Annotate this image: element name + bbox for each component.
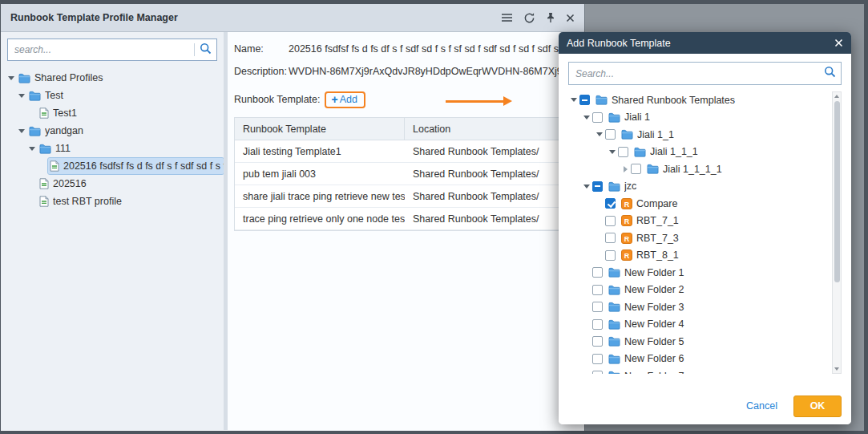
dialog-tree-item[interactable]: Jiali 1_1_1: [568, 144, 829, 161]
ok-button[interactable]: OK: [793, 395, 842, 417]
expand-arrow[interactable]: [594, 131, 605, 139]
dialog-tree-item[interactable]: New Folder 7: [568, 367, 829, 374]
checkbox[interactable]: [631, 164, 641, 174]
sidebar-search-input[interactable]: [13, 43, 194, 56]
sidebar-tree-item[interactable]: test RBT profile: [1, 193, 224, 210]
expand-arrow[interactable]: [6, 74, 17, 82]
checkbox[interactable]: [592, 336, 603, 347]
arrow-spacer: [26, 109, 38, 117]
dialog-tree-item[interactable]: Jiali 1_1: [568, 126, 829, 144]
expand-arrow[interactable]: [16, 91, 27, 99]
dialog-tree-item[interactable]: New Folder 2: [568, 282, 829, 299]
sidebar-tree-item[interactable]: Test: [1, 87, 224, 104]
checkbox[interactable]: [618, 147, 628, 157]
sidebar-tree-item[interactable]: 202516: [1, 175, 224, 193]
dialog-tree-item[interactable]: RRBT_7_3: [568, 229, 829, 247]
expand-arrow[interactable]: [568, 96, 579, 104]
folder-icon: [608, 336, 620, 347]
runbook-table-row[interactable]: share jiali trace ping retrieve new tes.…: [235, 185, 581, 208]
folder-icon: [39, 144, 51, 154]
tree-item-body: New Folder 5: [607, 334, 829, 350]
tree-item-body: RRBT_8_1: [620, 247, 829, 263]
search-icon[interactable]: [824, 66, 836, 81]
tree-item-label: Test1: [53, 107, 80, 119]
dialog-tree-item[interactable]: RRBT_7_1: [568, 213, 829, 230]
arrow-spacer: [26, 180, 38, 188]
checkbox[interactable]: [592, 371, 603, 374]
dialog-tree-item[interactable]: RRBT_8_1: [568, 247, 829, 265]
sidebar-tree-item[interactable]: 202516 fsdfsf fs d fs df s f sdf sd f s …: [1, 157, 224, 175]
dialog-tree-item[interactable]: New Folder 1: [568, 264, 829, 282]
add-runbook-template-button[interactable]: + Add: [325, 91, 365, 108]
close-icon[interactable]: [566, 14, 575, 22]
expand-arrow[interactable]: [26, 144, 38, 152]
scrollbar[interactable]: [832, 91, 842, 374]
svg-text:R: R: [624, 200, 630, 208]
dialog-search-input[interactable]: [574, 67, 824, 80]
cell-location: Shared Runbook Templates/: [405, 146, 581, 157]
scroll-up-arrow[interactable]: [833, 92, 841, 100]
dialog-title: Add Runbook Template: [567, 38, 671, 49]
checkbox[interactable]: [579, 95, 590, 105]
folder-icon: [29, 91, 41, 101]
expand-arrow[interactable]: [607, 148, 618, 156]
annotation-arrow: [446, 100, 503, 103]
column-header-runbook-template[interactable]: Runbook Template: [235, 118, 405, 140]
checkbox[interactable]: [592, 112, 603, 123]
checkbox[interactable]: [592, 319, 603, 330]
collapse-arrow[interactable]: [620, 165, 631, 173]
dialog-footer: Cancel OK: [559, 387, 851, 424]
tree-item-label: New Folder 3: [624, 302, 687, 313]
checkbox[interactable]: [592, 302, 603, 312]
dialog-tree-item[interactable]: New Folder 6: [568, 351, 829, 368]
checkbox[interactable]: [605, 216, 616, 226]
dialog-tree-item[interactable]: RCompare: [568, 195, 829, 213]
expand-arrow[interactable]: [581, 182, 592, 190]
dialog-tree-item[interactable]: New Folder 5: [568, 333, 829, 351]
profile-icon: [39, 196, 49, 207]
folder-icon: [608, 371, 620, 374]
sidebar-tree-item[interactable]: Shared Profiles: [1, 69, 224, 87]
sidebar-tree-item[interactable]: 111: [1, 140, 224, 157]
dialog-tree-item[interactable]: Jiali 1: [568, 109, 829, 127]
tree-item-body: jzc: [607, 178, 829, 194]
search-icon[interactable]: [200, 43, 212, 58]
dialog-tree-item[interactable]: New Folder 4: [568, 316, 829, 334]
dialog-tree-item[interactable]: Jiali 1_1_1_1: [568, 160, 829, 178]
runbook-table-row[interactable]: pub tem jiali 003Shared Runbook Template…: [235, 163, 581, 185]
search-divider: [194, 43, 195, 56]
expand-arrow[interactable]: [16, 127, 27, 135]
menu-icon[interactable]: [501, 13, 513, 22]
checkbox[interactable]: [605, 233, 616, 243]
dialog-close-icon[interactable]: [834, 39, 843, 47]
scrollbar-thumb[interactable]: [834, 101, 840, 282]
expand-arrow[interactable]: [581, 113, 592, 121]
tree-item-label: Jiali 1: [624, 112, 653, 123]
tree-item-body: Shared Profiles: [17, 70, 224, 86]
runbook-table-row[interactable]: trace ping retrieve only one node tes...…: [235, 208, 581, 230]
dialog-tree-item[interactable]: jzc: [568, 178, 829, 196]
runbook-template-row: Runbook Template: + Add: [234, 88, 576, 111]
tree-item-body: test RBT profile: [38, 193, 224, 209]
checkbox[interactable]: [592, 181, 603, 192]
column-header-location[interactable]: Location: [405, 124, 581, 135]
checkbox[interactable]: [605, 129, 616, 140]
svg-text:R: R: [624, 217, 630, 225]
pin-icon[interactable]: [546, 12, 555, 23]
sidebar-tree-item[interactable]: Test1: [1, 104, 224, 122]
sidebar-search: [7, 39, 217, 61]
tree-item-body: New Folder 4: [607, 316, 829, 332]
scroll-down-arrow[interactable]: [833, 365, 841, 373]
folder-icon: [608, 354, 620, 364]
dialog-tree-item[interactable]: Shared Runbook Templates: [568, 91, 829, 109]
sidebar-tree-item[interactable]: yandgan: [1, 122, 224, 140]
runbook-table-row[interactable]: Jiali testing Template1Shared Runbook Te…: [235, 140, 581, 163]
checkbox[interactable]: [592, 267, 603, 278]
checkbox[interactable]: [592, 354, 603, 364]
cancel-button[interactable]: Cancel: [746, 400, 777, 412]
refresh-icon[interactable]: [523, 12, 535, 24]
checkbox[interactable]: [592, 285, 603, 295]
checkbox[interactable]: [605, 198, 616, 209]
dialog-tree-item[interactable]: New Folder 3: [568, 298, 829, 316]
checkbox[interactable]: [605, 250, 616, 261]
